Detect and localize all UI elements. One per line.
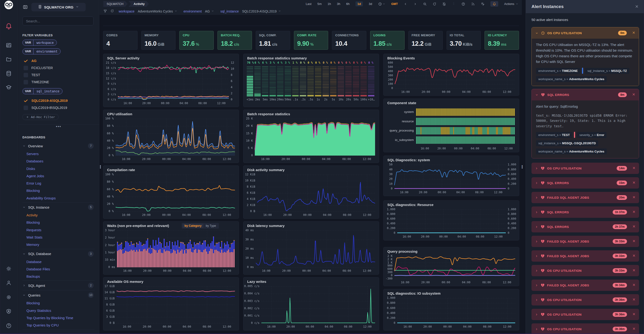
- checkbox-environment-ag[interactable]: AG: [24, 57, 94, 64]
- checkbox-environment-test[interactable]: TEST: [24, 71, 94, 78]
- dashboard-link-blocking[interactable]: Blocking: [22, 187, 94, 194]
- collapse-sidebar-icon[interactable]: [23, 4, 28, 10]
- dashboard-link-agent-jobs[interactable]: Agent Jobs: [22, 172, 94, 180]
- panel-title-batch-response-stats[interactable]: Batch response statistics: [247, 112, 290, 116]
- funnel-icon[interactable]: [103, 9, 107, 14]
- section-sql-instance[interactable]: SQL Instance5: [22, 203, 94, 211]
- dashboard-link-wait-stats[interactable]: Wait Stats: [22, 234, 94, 241]
- filter-instance-value[interactable]: SQLC2019-A\SQL2019: [242, 9, 281, 13]
- alert-panel-close-icon[interactable]: [635, 4, 639, 9]
- time-range-5m[interactable]: 5m: [317, 2, 322, 6]
- time-forward-icon[interactable]: [413, 2, 417, 6]
- time-back-icon[interactable]: [404, 2, 408, 6]
- dashboard-link-activity[interactable]: Activity: [22, 211, 94, 219]
- checkbox-instance-sqlc2019-b-sql2019[interactable]: SQLC2019-B\SQL2019: [24, 104, 94, 111]
- dashboard-link-database[interactable]: Database: [22, 258, 94, 265]
- checkbox-instance-sqlc2019-a-sql2019[interactable]: SQLC2019-A\SQL2019: [24, 97, 94, 104]
- alert-row-9[interactable]: OS CPU UTILISATION3h 36m: [532, 294, 639, 306]
- panel-title-compilation-rate[interactable]: Compilation rate: [107, 168, 135, 172]
- panel-title-blocking-events[interactable]: Blocking Events: [387, 56, 415, 60]
- alert-drag-handle[interactable]: •••: [522, 165, 523, 169]
- alert-row-8[interactable]: FAILED SQL AGENT JOBS3h 34m: [532, 280, 639, 291]
- panel-title-batch-response-summary[interactable]: Batch response statistics summary: [247, 56, 307, 60]
- mute-alerts-icon[interactable]: [442, 2, 446, 6]
- alert-row-11[interactable]: OS CPU UTILISATION3h 36m: [532, 324, 639, 334]
- dashboard-link-databases[interactable]: Databases: [22, 157, 94, 165]
- dashboard-link-backups[interactable]: Backups: [22, 273, 94, 280]
- alert-row-6[interactable]: FAILED SQL AGENT JOBS3h 33m: [532, 250, 639, 262]
- rss-icon[interactable]: [471, 2, 475, 6]
- annotations-icon[interactable]: [481, 2, 484, 6]
- dashboard-link-servers[interactable]: Servers: [22, 150, 94, 157]
- var-pill-environment[interactable]: VARenvironment: [22, 48, 61, 54]
- sidebar-drag-handle[interactable]: •••: [100, 165, 101, 169]
- panel-title-disk-activity-summary[interactable]: Disk activity summary: [247, 168, 284, 172]
- filter-environment-value[interactable]: AG: [205, 9, 214, 13]
- panel-title-available-os-memory[interactable]: Available OS memory: [107, 280, 144, 284]
- panel-title-lazy-writes[interactable]: Lazy writes: [247, 280, 266, 284]
- section-sql-database[interactable]: SQL Database3: [22, 250, 94, 258]
- sidebar-resize-dots[interactable]: •••: [53, 124, 64, 129]
- section-overview[interactable]: Overview7: [22, 142, 94, 150]
- alert-card-header[interactable]: OS CPU UTILISATION0m: [532, 27, 639, 39]
- checkbox-environment-timezone[interactable]: TIMEZONE: [24, 78, 94, 86]
- alert-row-10[interactable]: OS CPU UTILISATION3h 36m: [532, 309, 639, 320]
- org-switcher[interactable]: SQLWATCH ORG: [31, 3, 86, 11]
- panel-title-component-state[interactable]: Component state: [387, 101, 416, 105]
- panel-title-sql-diag-system[interactable]: SQL Diagnostics: system: [387, 158, 430, 162]
- breadcrumb-sqlwatch[interactable]: SQLWATCH: [103, 1, 128, 7]
- profile-nav-icon[interactable]: [6, 280, 12, 287]
- waits-tab-by-category[interactable]: by Category: [182, 224, 203, 228]
- time-range-6h[interactable]: 6h: [346, 2, 349, 6]
- var-pill-workspace[interactable]: VARworkspace: [22, 40, 57, 46]
- dashboard-link-blocking[interactable]: Blocking: [22, 219, 94, 226]
- timezone-label[interactable]: GMT: [391, 2, 398, 6]
- alert-row-0[interactable]: OS CPU UTILISATION14m: [532, 163, 639, 174]
- dashboard-link-disks[interactable]: Disks: [22, 165, 94, 172]
- alert-row-1[interactable]: SQL ERRORS15m: [532, 177, 639, 189]
- panel-title-sql-diag-resource[interactable]: SQL diagnostics: Resource: [387, 203, 434, 207]
- dashboard-link-query-statistics[interactable]: Query Statistics: [22, 307, 94, 314]
- filter-environment-label[interactable]: environment: [184, 9, 202, 13]
- panel-title-disk-latency-summary[interactable]: Disk latency summary: [247, 224, 284, 228]
- alerts-nav-icon[interactable]: [5, 22, 12, 30]
- time-range-last[interactable]: Last: [306, 2, 312, 6]
- admin-nav-icon[interactable]: [6, 309, 12, 315]
- section-queries[interactable]: Queries10: [22, 291, 94, 299]
- help-icon[interactable]: [462, 2, 465, 6]
- panel-title-sql-server-activity[interactable]: SQL Server activity: [107, 56, 140, 60]
- checkbox-environment-fcicluster[interactable]: FCICLUSTER: [24, 64, 94, 71]
- zoom-out-icon[interactable]: [423, 2, 427, 6]
- datasources-nav-icon[interactable]: [6, 70, 12, 77]
- filter-workspace-label[interactable]: workspace: [119, 9, 134, 13]
- panel-title-waits[interactable]: Waits (non pre-emptive and relevant): [107, 224, 169, 228]
- panel-title-cpu-utilisation[interactable]: CPU utilisation: [107, 112, 132, 116]
- folders-nav-icon[interactable]: [6, 56, 12, 63]
- dashboard-link-requests[interactable]: Requests: [22, 226, 94, 234]
- alert-row-3[interactable]: SQL ERRORS1h 37m: [532, 207, 639, 218]
- kebab-menu-icon[interactable]: [452, 2, 456, 6]
- time-range-3h[interactable]: 3h: [337, 2, 340, 6]
- alert-card-header[interactable]: SQL ERRORS8m: [532, 89, 639, 100]
- waits-tab-by-type[interactable]: by Type: [204, 224, 218, 228]
- alert-row-7[interactable]: OS CPU UTILISATION3h 33m: [532, 265, 639, 276]
- alert-row-4[interactable]: SQL ERRORS2h 37m: [532, 221, 639, 232]
- dashboard-link-database-files[interactable]: Database Files: [22, 265, 94, 273]
- section-sql-agent[interactable]: SQL Agent2: [22, 281, 94, 290]
- filter-workspace-value[interactable]: AdventureWorks Cycles: [138, 9, 178, 13]
- panel-title-sql-diag-io[interactable]: SQL diagnostics: IO subsystem: [387, 291, 441, 295]
- dashboards-nav-icon[interactable]: [6, 42, 12, 49]
- time-range-3d[interactable]: 3d: [369, 2, 372, 6]
- dashboard-link-availability-groups[interactable]: Availability Groups: [22, 194, 94, 202]
- search-input[interactable]: Search...: [22, 16, 94, 25]
- alert-row-2[interactable]: FAILED SQL AGENT JOBS20m: [532, 192, 639, 203]
- filter-instance-label[interactable]: sql_instance: [220, 9, 239, 13]
- time-range-1d[interactable]: 1d: [356, 1, 363, 6]
- settings-nav-icon[interactable]: [6, 294, 12, 301]
- dashboard-link-top-queries-by-cpu[interactable]: Top Queries by CPU: [22, 322, 94, 329]
- alert-row-5[interactable]: FAILED SQL AGENT JOBS3h 33m: [532, 236, 639, 247]
- actions-button[interactable]: Actions: [504, 2, 518, 6]
- dashboard-link-top-queries-by-blocking-time[interactable]: Top Queries by Blocking Time: [22, 314, 94, 322]
- dashboard-link-error-log[interactable]: Error Log: [22, 180, 94, 187]
- learn-nav-icon[interactable]: [6, 84, 12, 91]
